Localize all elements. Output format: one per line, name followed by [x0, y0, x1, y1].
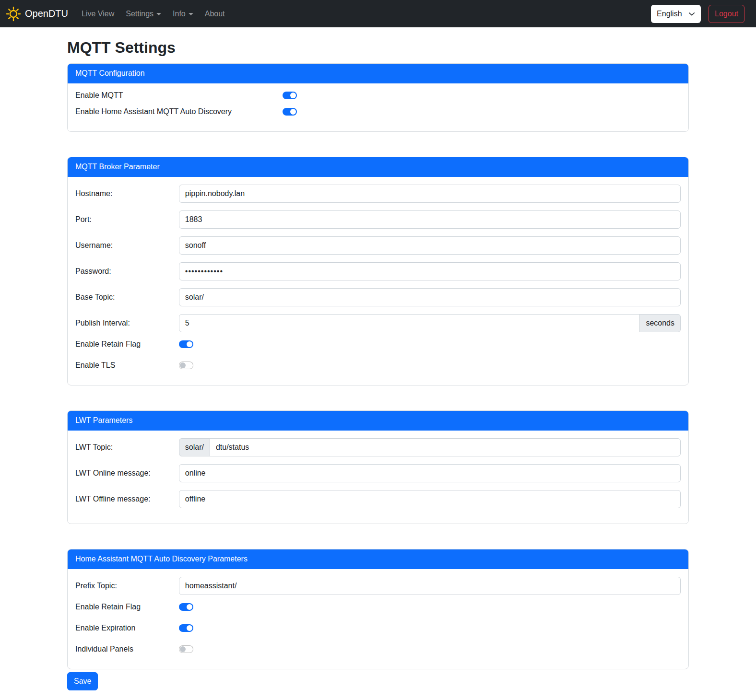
chevron-down-icon	[156, 13, 161, 15]
mqtt-configuration-card: MQTT Configuration Enable MQTT Enable Ho…	[67, 63, 689, 132]
nav-item-label: Live View	[82, 10, 114, 18]
enable-expiration-label: Enable Expiration	[75, 624, 179, 632]
card-header: LWT Parameters	[68, 411, 688, 431]
enable-retain-flag-toggle[interactable]	[179, 340, 193, 348]
card-header: MQTT Configuration	[68, 64, 688, 83]
lwt-parameters-card: LWT Parameters LWT Topic: solar/ LWT Onl…	[67, 410, 689, 524]
enable-hass-discovery-label: Enable Home Assistant MQTT Auto Discover…	[75, 107, 283, 116]
enable-mqtt-toggle[interactable]	[283, 92, 297, 99]
enable-tls-label: Enable TLS	[75, 361, 179, 370]
nav-menu: Live View Settings Info About	[76, 6, 231, 22]
hass-auto-discovery-card: Home Assistant MQTT Auto Discovery Param…	[67, 549, 689, 669]
save-button[interactable]: Save	[67, 672, 98, 690]
hass-enable-retain-flag-toggle[interactable]	[179, 603, 193, 611]
publish-interval-label: Publish Interval:	[75, 319, 179, 327]
lwt-topic-prefix-addon: solar/	[179, 438, 210, 456]
hostname-input[interactable]	[179, 185, 681, 203]
lwt-offline-message-input[interactable]	[179, 490, 681, 508]
nav-item-about[interactable]: About	[201, 6, 229, 22]
username-label: Username:	[75, 241, 179, 250]
lwt-online-message-input[interactable]	[179, 464, 681, 482]
hostname-label: Hostname:	[75, 189, 179, 198]
lwt-offline-message-label: LWT Offline message:	[75, 495, 179, 503]
logout-button[interactable]: Logout	[709, 5, 744, 23]
enable-expiration-toggle[interactable]	[179, 624, 193, 632]
publish-interval-input[interactable]	[179, 314, 640, 332]
individual-panels-toggle[interactable]	[179, 645, 193, 653]
prefix-topic-input[interactable]	[179, 577, 681, 595]
page-title: MQTT Settings	[67, 39, 689, 57]
navbar: OpenDTU Live View Settings Info About En…	[0, 0, 756, 27]
enable-retain-flag-label: Enable Retain Flag	[75, 340, 179, 349]
publish-interval-unit-addon: seconds	[639, 314, 681, 332]
password-input[interactable]	[179, 262, 681, 280]
chevron-down-icon	[688, 11, 695, 17]
lwt-online-message-label: LWT Online message:	[75, 469, 179, 478]
prefix-topic-label: Prefix Topic:	[75, 582, 179, 590]
port-label: Port:	[75, 215, 179, 224]
base-topic-label: Base Topic:	[75, 293, 179, 302]
language-select[interactable]: English	[651, 5, 701, 23]
enable-tls-toggle[interactable]	[179, 362, 193, 369]
nav-item-label: About	[205, 10, 225, 18]
base-topic-input[interactable]	[179, 288, 681, 306]
hass-enable-retain-flag-label: Enable Retain Flag	[75, 603, 179, 611]
port-input[interactable]	[179, 210, 681, 229]
lwt-topic-label: LWT Topic:	[75, 443, 179, 452]
sun-logo-icon	[6, 6, 21, 22]
nav-item-info[interactable]: Info	[169, 6, 197, 22]
brand-link[interactable]: OpenDTU	[6, 6, 68, 22]
mqtt-broker-parameter-card: MQTT Broker Parameter Hostname: Port: Us…	[67, 157, 689, 385]
password-label: Password:	[75, 267, 179, 276]
username-input[interactable]	[179, 236, 681, 255]
enable-hass-discovery-toggle[interactable]	[283, 108, 297, 116]
nav-item-settings[interactable]: Settings	[122, 6, 165, 22]
nav-item-label: Info	[173, 10, 186, 18]
individual-panels-label: Individual Panels	[75, 645, 179, 653]
card-header: Home Assistant MQTT Auto Discovery Param…	[68, 549, 688, 569]
brand-label: OpenDTU	[25, 8, 68, 19]
lwt-topic-input[interactable]	[210, 438, 681, 456]
language-selected-value: English	[657, 10, 682, 18]
card-header: MQTT Broker Parameter	[68, 157, 688, 177]
nav-item-live-view[interactable]: Live View	[78, 6, 118, 22]
nav-item-label: Settings	[126, 10, 154, 18]
chevron-down-icon	[189, 13, 193, 15]
enable-mqtt-label: Enable MQTT	[75, 91, 283, 100]
